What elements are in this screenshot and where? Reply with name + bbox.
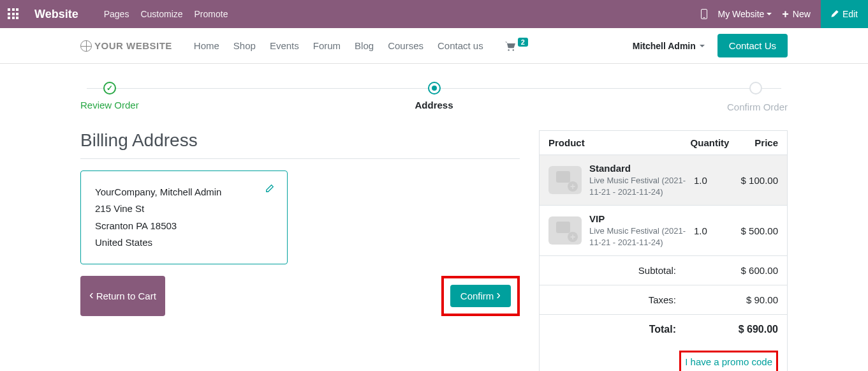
topbar-link-customize[interactable]: Customize	[140, 9, 182, 19]
address-line1: YourCompany, Mitchell Admin	[95, 184, 273, 201]
pencil-icon	[831, 10, 839, 18]
chevron-down-icon	[700, 45, 705, 47]
product-price: $ 500.00	[732, 225, 778, 236]
subtotal-label: Subtotal:	[548, 265, 714, 276]
user-menu[interactable]: Mitchell Admin	[633, 41, 705, 51]
header-price: Price	[732, 137, 778, 148]
chevron-left-icon	[89, 291, 94, 301]
product-name: Standard	[589, 163, 688, 174]
step-confirm-label: Confirm Order	[552, 102, 788, 112]
mobile-preview-icon[interactable]	[701, 9, 707, 19]
cart-icon	[504, 41, 517, 51]
checkout-wizard: ✓ Review Order Address Confirm Order	[80, 82, 788, 112]
page-title: Billing Address	[80, 130, 520, 151]
product-qty: 1.0	[688, 175, 732, 186]
product-qty: 1.0	[688, 225, 732, 236]
product-desc: Live Music Festival (2021-11-21 - 2021-1…	[589, 175, 688, 197]
confirm-label: Confirm	[460, 291, 494, 301]
total-value: $ 690.00	[714, 324, 778, 335]
step-address-dot	[428, 82, 441, 95]
confirm-highlight: Confirm	[441, 276, 520, 316]
product-image-placeholder	[548, 166, 582, 194]
promo-code-link[interactable]: I have a promo code	[679, 351, 778, 371]
cart-badge: 2	[518, 38, 528, 47]
logo-text: YOUR WEBSITE	[94, 40, 172, 51]
cart-button[interactable]: 2	[504, 41, 528, 51]
nav-contact[interactable]: Contact us	[438, 40, 483, 51]
header-product: Product	[548, 137, 688, 148]
order-line-item: Standard Live Music Festival (2021-11-21…	[540, 155, 787, 206]
nav-forum[interactable]: Forum	[313, 40, 341, 51]
new-label: New	[793, 9, 811, 19]
svg-point-0	[508, 49, 509, 50]
taxes-label: Taxes:	[548, 294, 714, 305]
taxes-value: $ 90.00	[714, 294, 778, 305]
step-review-label[interactable]: Review Order	[80, 100, 316, 110]
site-logo[interactable]: YOUR WEBSITE	[80, 40, 172, 52]
edit-label: Edit	[842, 9, 858, 19]
subtotal-value: $ 600.00	[714, 265, 778, 276]
nav-blog[interactable]: Blog	[355, 40, 374, 51]
total-label: Total:	[548, 324, 714, 335]
address-line3: Scranton PA 18503	[95, 218, 273, 234]
nav-home[interactable]: Home	[194, 40, 219, 51]
nav-events[interactable]: Events	[270, 40, 299, 51]
return-label: Return to Cart	[96, 291, 156, 301]
svg-point-1	[512, 49, 513, 50]
billing-address-card[interactable]: YourCompany, Mitchell Admin 215 Vine St …	[80, 170, 288, 264]
site-header: YOUR WEBSITE Home Shop Events Forum Blog…	[0, 28, 868, 64]
edit-button[interactable]: Edit	[821, 0, 868, 28]
product-name: VIP	[589, 213, 688, 224]
nav-courses[interactable]: Courses	[388, 40, 423, 51]
header-quantity: Quantity	[688, 137, 732, 148]
product-price: $ 100.00	[732, 175, 778, 186]
brand-title: Website	[34, 8, 78, 21]
chevron-down-icon	[767, 13, 772, 15]
product-desc: Live Music Festival (2021-11-21 - 2021-1…	[589, 225, 688, 248]
topbar-link-promote[interactable]: Promote	[195, 9, 228, 19]
check-icon: ✓	[107, 84, 113, 93]
new-button[interactable]: New	[782, 8, 811, 21]
edit-address-icon[interactable]	[265, 184, 274, 193]
order-line-item: VIP Live Music Festival (2021-11-21 - 20…	[540, 206, 787, 256]
nav-shop[interactable]: Shop	[233, 40, 256, 51]
step-address-label: Address	[316, 100, 552, 110]
topbar: Website Pages Customize Promote My Websi…	[0, 0, 868, 28]
plus-icon	[782, 8, 789, 21]
address-line4: United States	[95, 234, 273, 251]
address-line2: 215 Vine St	[95, 201, 273, 217]
chevron-right-icon	[496, 291, 501, 301]
user-name: Mitchell Admin	[633, 41, 696, 51]
return-to-cart-button[interactable]: Return to Cart	[80, 276, 165, 316]
topbar-link-pages[interactable]: Pages	[104, 9, 129, 19]
apps-icon[interactable]	[8, 8, 19, 20]
contact-us-button[interactable]: Contact Us	[717, 34, 788, 57]
divider	[80, 158, 520, 159]
my-website-dropdown[interactable]: My Website	[717, 9, 772, 19]
step-review-dot[interactable]: ✓	[103, 82, 116, 95]
confirm-button[interactable]: Confirm	[450, 285, 511, 307]
product-image-placeholder	[548, 216, 582, 245]
step-confirm-dot	[749, 82, 762, 95]
my-website-label: My Website	[717, 9, 764, 19]
globe-icon	[80, 40, 92, 52]
order-summary: Product Quantity Price Standard Live Mus…	[539, 130, 788, 371]
